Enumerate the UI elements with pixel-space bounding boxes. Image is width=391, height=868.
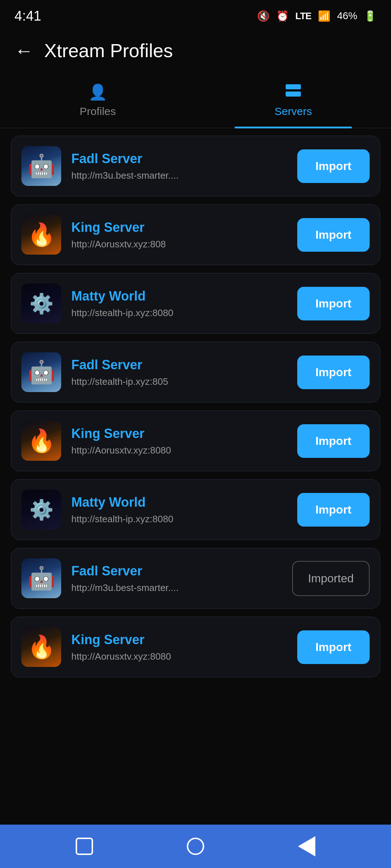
server-info-4: Fadl Server http://stealth-ip.xyz:805 (71, 357, 287, 387)
server-name-7: Fadl Server (71, 563, 282, 579)
tab-servers[interactable]: Servers (196, 76, 391, 128)
server-avatar-3 (21, 284, 61, 323)
server-card-7: Fadl Server http://m3u.best-smarter.... … (11, 548, 380, 609)
server-url-4: http://stealth-ip.xyz:805 (71, 376, 287, 387)
server-name-2: King Server (71, 220, 287, 235)
server-name-5: King Server (71, 426, 287, 441)
server-card-3: Matty World http://stealth-ip.xyz:8080 I… (11, 273, 380, 334)
signal-icon: 📶 (318, 10, 331, 22)
server-url-2: http://Aorusxtv.xyz:808 (71, 239, 287, 250)
server-info-2: King Server http://Aorusxtv.xyz:808 (71, 220, 287, 250)
server-avatar-8 (21, 627, 61, 667)
server-avatar-5 (21, 421, 61, 461)
nav-recents-button[interactable] (70, 832, 99, 861)
svg-rect-1 (286, 92, 301, 97)
server-name-8: King Server (71, 632, 287, 647)
server-avatar-1 (21, 146, 61, 186)
circle-icon (187, 838, 204, 855)
mute-icon: 🔇 (257, 10, 270, 22)
servers-icon (286, 84, 301, 101)
server-url-6: http://stealth-ip.xyz:8080 (71, 514, 287, 525)
server-url-7: http://m3u.best-smarter.... (71, 582, 282, 593)
server-card-6: Matty World http://stealth-ip.xyz:8080 I… (11, 479, 380, 540)
header: ← Xtream Profiles (0, 29, 391, 69)
server-list: Fadl Server http://m3u.best-smarter.... … (0, 128, 391, 693)
nav-back-button[interactable] (292, 832, 321, 861)
server-info-7: Fadl Server http://m3u.best-smarter.... (71, 563, 282, 593)
import-button-1[interactable]: Import (297, 149, 370, 183)
triangle-icon (298, 836, 315, 856)
server-info-1: Fadl Server http://m3u.best-smarter.... (71, 151, 287, 181)
battery-text: 46% (337, 10, 357, 22)
tab-bar: 👤 Profiles Servers (0, 69, 391, 128)
status-time: 4:41 (14, 8, 41, 24)
tab-servers-label: Servers (274, 105, 312, 118)
server-url-1: http://m3u.best-smarter.... (71, 170, 287, 181)
server-avatar-7 (21, 558, 61, 598)
status-icons: 🔇 ⏰ LTE 📶 46% 🔋 (257, 10, 377, 22)
server-name-3: Matty World (71, 289, 287, 304)
server-url-8: http://Aorusxtv.xyz:8080 (71, 651, 287, 662)
server-card-2: King Server http://Aorusxtv.xyz:808 Impo… (11, 204, 380, 265)
server-card-5: King Server http://Aorusxtv.xyz:8080 Imp… (11, 410, 380, 471)
profiles-icon: 👤 (88, 83, 107, 101)
import-button-3[interactable]: Import (297, 287, 370, 320)
server-url-3: http://stealth-ip.xyz:8080 (71, 307, 287, 319)
battery-icon: 🔋 (364, 10, 377, 22)
nav-bar (0, 825, 391, 868)
server-name-1: Fadl Server (71, 151, 287, 166)
import-button-8[interactable]: Import (297, 630, 370, 664)
square-icon (76, 838, 93, 855)
lte-icon: LTE (295, 10, 311, 22)
server-avatar-2 (21, 215, 61, 255)
alarm-icon: ⏰ (276, 10, 289, 22)
server-info-5: King Server http://Aorusxtv.xyz:8080 (71, 426, 287, 456)
server-card-1: Fadl Server http://m3u.best-smarter.... … (11, 136, 380, 196)
server-avatar-6 (21, 490, 61, 529)
svg-rect-0 (286, 84, 301, 89)
server-card-4: Fadl Server http://stealth-ip.xyz:805 Im… (11, 342, 380, 403)
imported-button-7[interactable]: Imported (292, 561, 370, 596)
tab-profiles[interactable]: 👤 Profiles (0, 76, 196, 128)
server-info-8: King Server http://Aorusxtv.xyz:8080 (71, 632, 287, 662)
server-name-6: Matty World (71, 495, 287, 510)
server-info-3: Matty World http://stealth-ip.xyz:8080 (71, 289, 287, 319)
import-button-2[interactable]: Import (297, 218, 370, 252)
import-button-6[interactable]: Import (297, 493, 370, 527)
server-avatar-4 (21, 352, 61, 392)
page-title: Xtream Profiles (44, 40, 173, 61)
server-card-8: King Server http://Aorusxtv.xyz:8080 Imp… (11, 617, 380, 677)
status-bar: 4:41 🔇 ⏰ LTE 📶 46% 🔋 (0, 0, 391, 29)
server-url-5: http://Aorusxtv.xyz:8080 (71, 445, 287, 456)
back-button[interactable]: ← (14, 41, 33, 60)
server-info-6: Matty World http://stealth-ip.xyz:8080 (71, 495, 287, 525)
tab-profiles-label: Profiles (80, 105, 116, 118)
import-button-4[interactable]: Import (297, 356, 370, 389)
nav-home-button[interactable] (181, 832, 210, 861)
server-name-4: Fadl Server (71, 357, 287, 373)
import-button-5[interactable]: Import (297, 424, 370, 458)
